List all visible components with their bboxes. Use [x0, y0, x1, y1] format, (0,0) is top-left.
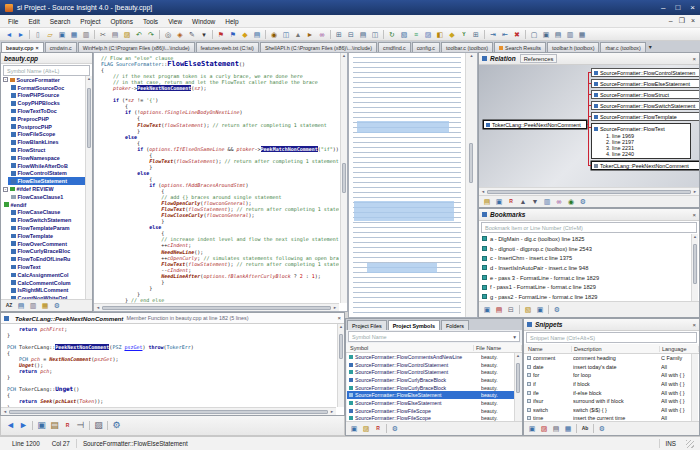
symbol-tree-item[interactable]: FlowStruct: [8, 146, 85, 154]
sync-icon[interactable]: ↻: [386, 29, 398, 40]
background-window-scrollbar[interactable]: ▲: [465, 53, 477, 317]
tab-close-icon[interactable]: ×: [36, 45, 39, 51]
project-symbol-row[interactable]: SourceFormatter::FlowFileScopebeauty.: [347, 407, 514, 415]
project-gear-icon[interactable]: ⚙: [389, 423, 401, 434]
resize-grip[interactable]: [686, 440, 694, 448]
sort-alpha-icon[interactable]: AZ: [3, 300, 15, 311]
class-browser-icon[interactable]: ◫: [280, 29, 292, 40]
save-icon[interactable]: ▣: [56, 29, 68, 40]
snippets-col-language[interactable]: Language: [660, 346, 699, 352]
file-tab-features-web.txt[interactable]: features-web.txt (C:\si): [196, 42, 259, 52]
symbol-tree-item[interactable]: FlowSwitchStatemen: [8, 216, 85, 224]
snippet-row[interactable]: dateinsert today's dateAll: [525, 363, 691, 372]
menu-help[interactable]: Help: [220, 18, 243, 25]
file-tab-beauty.cpp[interactable]: beauty.cpp×: [1, 42, 44, 52]
symbol-tree-scrollbar[interactable]: ▲: [85, 76, 92, 299]
project-scrollbar[interactable]: ▲: [514, 353, 521, 421]
context-vscrollbar[interactable]: ▲: [337, 324, 344, 407]
call-graph-icon[interactable]: ►: [304, 29, 316, 40]
menu-view[interactable]: View: [163, 18, 187, 25]
nav-save-icon[interactable]: ▣: [35, 419, 48, 432]
nav-run-icon[interactable]: R: [61, 419, 74, 432]
bookmark-gear-icon[interactable]: ⚙: [551, 304, 563, 315]
new-file-icon[interactable]: ▯: [32, 29, 44, 40]
symbol-tree-item[interactable]: FlowNamespace: [8, 154, 85, 162]
relation-node[interactable]: SourceFormatter::FlowSwitchStatement: [591, 101, 699, 110]
project-run-icon[interactable]: R: [372, 423, 384, 434]
symbol-tree-item[interactable]: FlowElseStatement: [8, 177, 85, 185]
snippet-copy-icon[interactable]: ▤: [550, 423, 562, 434]
highlight-icon[interactable]: ◆: [446, 29, 458, 40]
bookmark-item[interactable]: b - dlgnoti - dlgprop.c (toolbox) line 2…: [480, 244, 691, 254]
file-tab-rbar.c[interactable]: rbar.c (toolbox): [600, 42, 645, 52]
symbol-filter-input[interactable]: Symbol Name (Alt+L): [3, 65, 90, 76]
snippets-scrollbar[interactable]: [691, 354, 698, 421]
symbol-tree-item[interactable]: FlowCaseClause1: [8, 193, 85, 201]
nav-back-icon[interactable]: ◄: [4, 419, 17, 432]
indent-plus-icon[interactable]: ⇥: [487, 29, 499, 40]
context-close-icon[interactable]: ×: [337, 315, 341, 321]
relation-node[interactable]: SourceFormatter::FlowElseStatement: [591, 79, 699, 88]
close-button[interactable]: ×: [690, 4, 695, 12]
symbol-tree-item[interactable]: #endif: [1, 201, 85, 209]
search-icon[interactable]: ◎: [162, 29, 174, 40]
delete-icon[interactable]: ✖: [511, 29, 523, 40]
relation-mode-tab[interactable]: References: [520, 54, 558, 63]
menu-window[interactable]: Window: [187, 18, 220, 25]
snippets-col-description[interactable]: Description: [572, 346, 660, 352]
replace-icon[interactable]: ✎: [186, 29, 198, 40]
relation-hscrollbar[interactable]: ◄►: [479, 187, 699, 195]
bookmark-item[interactable]: e - pass 3 - FormatLine - format.c line …: [480, 273, 691, 283]
project-symbol-input[interactable]: Symbol Name ▾: [348, 331, 520, 342]
win3-icon[interactable]: ▤: [552, 29, 564, 40]
search-files-icon[interactable]: ◈: [174, 29, 186, 40]
symbol-tree-item[interactable]: CopyPHPBlocks: [8, 99, 85, 107]
project-symbol-row[interactable]: SourceFormatter::FlowCurlyBraceBlockbeau…: [347, 384, 514, 392]
win4-icon[interactable]: ▥: [564, 29, 576, 40]
snippet-row[interactable]: ifsursurround with if blockAll with { }: [525, 397, 691, 406]
mdi-minimize-button[interactable]: –: [669, 17, 673, 25]
snippets-col-name[interactable]: Name: [526, 346, 572, 352]
bookmark-delete-icon[interactable]: ▤: [493, 304, 505, 315]
tree-expander-icon[interactable]: -: [3, 187, 8, 192]
indent-minus-icon[interactable]: ⇤: [499, 29, 511, 40]
forward-icon[interactable]: ►: [15, 29, 27, 40]
snippet-row[interactable]: ifeif-else blockAll with { }: [525, 388, 691, 397]
file-tab-toolbar.c[interactable]: toolbar.c (toolbox): [441, 42, 493, 52]
snippet-row[interactable]: ifif blockAll with { }: [525, 380, 691, 389]
tile-vertical-icon[interactable]: ⊟: [345, 29, 357, 40]
menu-tools[interactable]: Tools: [138, 18, 163, 25]
relation-icon[interactable]: ∞: [316, 29, 328, 40]
relation-node-expanded[interactable]: SourceFormatter::FlowText1. line 19692. …: [591, 123, 691, 159]
grid-icon[interactable]: ⊞: [470, 29, 482, 40]
tab-overflow-button[interactable]: ▾: [649, 43, 652, 50]
relation-close-icon[interactable]: ×: [692, 56, 696, 62]
bookmark-goto-icon[interactable]: ▣: [481, 304, 493, 315]
editor-vscrollbar[interactable]: ▲: [340, 53, 347, 303]
print-icon[interactable]: ▥: [80, 29, 92, 40]
symbol-tree-item[interactable]: FlowWhileAfterDoB: [8, 162, 85, 170]
symbol-tree-item[interactable]: FlowCaseClause: [8, 209, 85, 217]
format-icon[interactable]: ▨: [422, 29, 434, 40]
undo-icon[interactable]: ↶: [133, 29, 145, 40]
relation-layout-icon[interactable]: ▥: [541, 196, 553, 207]
context-hscrollbar[interactable]: ◄►: [1, 407, 336, 415]
cascade-icon[interactable]: ▤: [357, 29, 369, 40]
draft-view-icon[interactable]: ◧: [434, 29, 446, 40]
tab-folders[interactable]: Folders: [441, 320, 469, 330]
menu-edit[interactable]: Edit: [23, 18, 44, 25]
bookmarks-close-icon[interactable]: ×: [692, 212, 696, 218]
symbol-tree-item[interactable]: -SourceFormatter: [1, 76, 85, 84]
mdi-restore-button[interactable]: ❒: [679, 17, 685, 25]
symbol-tree-item[interactable]: FlowTemplateParam: [8, 224, 85, 232]
relation-run-icon[interactable]: R: [505, 196, 517, 207]
tile-horizontal-icon[interactable]: ⊞: [333, 29, 345, 40]
bookmark-icon[interactable]: ◆: [239, 29, 251, 40]
file-tab-winhelp.h[interactable]: WinHelp.h (C:\Program Files (x86)\...\in…: [78, 42, 195, 52]
symbol-options-gear-icon[interactable]: ⚙: [51, 300, 63, 311]
list-view-icon[interactable]: ▤: [15, 300, 27, 311]
bookmark-item[interactable]: c - InsertChm - insert.c line 1375: [480, 253, 691, 263]
relation-node[interactable]: SourceFormatter::FlowTemplate: [591, 112, 699, 121]
menu-project[interactable]: Project: [75, 18, 105, 25]
nav-forward-icon[interactable]: ►: [17, 419, 30, 432]
